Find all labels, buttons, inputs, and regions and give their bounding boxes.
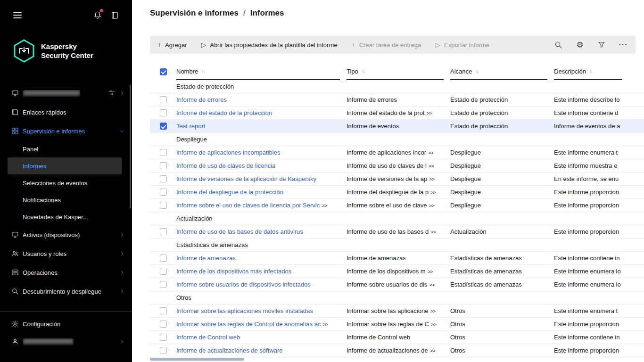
sidebar-item-server[interactable] bbox=[0, 84, 132, 103]
table-row[interactable]: Informe de Control web >> Informe de Con… bbox=[150, 331, 644, 344]
report-name-link[interactable]: Informe de uso de las bases de datos ant… bbox=[176, 228, 303, 235]
table-row[interactable]: Informe de aplicaciones incompatibles >>… bbox=[150, 146, 644, 159]
report-name-link[interactable]: Test report bbox=[176, 123, 205, 130]
expand-truncated-icon[interactable]: >> bbox=[429, 176, 434, 182]
report-name-link[interactable]: Informe de uso de claves de licencia bbox=[176, 162, 275, 169]
sidebar-item-user-account[interactable] bbox=[0, 332, 132, 351]
row-checkbox[interactable] bbox=[160, 202, 167, 209]
expand-truncated-icon[interactable]: >> bbox=[429, 282, 434, 288]
row-checkbox[interactable] bbox=[160, 109, 167, 116]
report-name-link[interactable]: Informe de amenazas bbox=[176, 255, 236, 262]
report-name-link[interactable]: Informe de los dispositivos más infectad… bbox=[176, 268, 291, 275]
sidebar-item-panel[interactable]: Panel bbox=[0, 140, 132, 157]
sidebar-item-discovery[interactable]: Descubrimiento y despliegue bbox=[0, 282, 132, 301]
hamburger-menu-icon[interactable] bbox=[11, 9, 24, 21]
table-row[interactable]: Informe de actualizaciones de software >… bbox=[150, 344, 644, 357]
row-checkbox[interactable] bbox=[160, 149, 167, 156]
table-row[interactable]: Informe de uso de las bases de datos ant… bbox=[150, 225, 644, 239]
column-header-alcance[interactable]: Alcance↑↓ bbox=[450, 63, 547, 80]
table-row[interactable]: Informe sobre usuarios de dispositivos i… bbox=[150, 278, 644, 291]
sidebar-item-informes[interactable]: Informes bbox=[8, 157, 122, 174]
report-name-link[interactable]: Informe sobre el uso de claves de licenc… bbox=[176, 202, 320, 209]
table-row[interactable]: Test report >> Informe de eventos >> Est… bbox=[150, 120, 644, 133]
select-all-checkbox[interactable] bbox=[160, 68, 167, 75]
chevron-right-icon[interactable] bbox=[120, 232, 124, 237]
expand-truncated-icon[interactable]: >> bbox=[430, 229, 436, 235]
table-row[interactable]: Informe de versiones de la aplicación de… bbox=[150, 173, 644, 186]
row-checkbox[interactable] bbox=[160, 307, 167, 314]
notifications-bell-icon[interactable] bbox=[91, 9, 104, 21]
filter-funnel-icon[interactable] bbox=[597, 40, 606, 49]
expand-truncated-icon[interactable]: >> bbox=[429, 203, 434, 208]
server-settings-sliders-icon[interactable] bbox=[108, 89, 115, 98]
sidebar-item-users-roles[interactable]: Usuarios y roles bbox=[0, 244, 132, 263]
row-checkbox[interactable] bbox=[160, 175, 167, 182]
horizontal-scrollbar-thumb[interactable] bbox=[150, 358, 244, 361]
sidebar-item-announcements[interactable]: Novedades de Kasper... bbox=[0, 208, 132, 225]
report-name-link[interactable]: Informar sobre las aplicaciones móviles … bbox=[176, 307, 313, 314]
report-name-link[interactable]: Informe de actualizaciones de software bbox=[176, 347, 282, 354]
row-checkbox[interactable] bbox=[160, 347, 167, 354]
report-name-link[interactable]: Informe de Control web bbox=[176, 334, 240, 341]
expand-truncated-icon[interactable]: >> bbox=[430, 189, 436, 195]
search-icon[interactable] bbox=[553, 40, 563, 49]
table-row[interactable]: Informe del estado de la protección >> I… bbox=[150, 107, 644, 120]
chevron-right-icon[interactable] bbox=[120, 251, 124, 256]
add-button[interactable]: + Agregar bbox=[157, 41, 187, 49]
expand-truncated-icon[interactable]: >> bbox=[322, 203, 327, 208]
sidebar-item-event-selections[interactable]: Selecciones de eventos bbox=[0, 174, 132, 191]
expand-truncated-icon[interactable]: >> bbox=[428, 150, 433, 156]
report-name-link[interactable]: Informar sobre las reglas de Control de … bbox=[176, 321, 321, 328]
table-row[interactable]: Informe del despliegue de la protección … bbox=[150, 186, 644, 199]
row-checkbox[interactable] bbox=[160, 321, 167, 328]
expand-truncated-icon[interactable]: >> bbox=[431, 321, 436, 327]
sidebar-item-operations[interactable]: Operaciones bbox=[0, 263, 132, 282]
report-name-link[interactable]: Informe sobre usuarios de dispositivos i… bbox=[176, 281, 311, 288]
row-checkbox[interactable] bbox=[160, 189, 167, 196]
sidebar-item-monitoring[interactable]: Supervisión e informes bbox=[0, 122, 132, 140]
expand-truncated-icon[interactable]: >> bbox=[427, 110, 432, 116]
export-report-button[interactable]: ▷ Exportar informe bbox=[435, 41, 489, 49]
column-header-nombre[interactable]: Nombre↑↓ bbox=[176, 63, 340, 80]
table-row[interactable]: Informar sobre las aplicaciones móviles … bbox=[150, 304, 644, 318]
row-checkbox[interactable] bbox=[160, 228, 167, 235]
sidebar-item-notifications[interactable]: Notificaciones bbox=[0, 191, 132, 208]
report-name-link[interactable]: Informe del estado de la protección bbox=[176, 109, 272, 116]
report-name-link[interactable]: Informe de aplicaciones incompatibles bbox=[176, 149, 280, 156]
expand-truncated-icon[interactable]: >> bbox=[430, 348, 435, 354]
table-row[interactable]: Informe de uso de claves de licencia >> … bbox=[150, 159, 644, 173]
more-options-icon[interactable]: ··· bbox=[619, 40, 628, 49]
chevron-right-icon[interactable] bbox=[120, 270, 124, 275]
report-name-link[interactable]: Informe del despliegue de la protección bbox=[176, 189, 283, 196]
row-checkbox[interactable] bbox=[160, 334, 167, 341]
row-checkbox[interactable] bbox=[160, 255, 167, 262]
table-row[interactable]: Informar sobre las reglas de Control de … bbox=[150, 318, 644, 331]
row-checkbox[interactable] bbox=[160, 96, 167, 103]
table-row[interactable]: Informe de los dispositivos más infectad… bbox=[150, 265, 644, 278]
sidebar-item-devices[interactable]: Activos (dispositivos) bbox=[0, 225, 132, 244]
chevron-down-icon[interactable] bbox=[119, 129, 124, 134]
breadcrumb-section[interactable]: Supervisión e informes bbox=[150, 8, 239, 18]
table-row[interactable]: Informe de errores >> Informe de errores… bbox=[150, 93, 644, 107]
table-row[interactable]: Informe sobre el uso de claves de licenc… bbox=[150, 199, 644, 212]
column-header-tipo[interactable]: Tipo↑↓ bbox=[347, 63, 444, 80]
row-checkbox[interactable] bbox=[160, 281, 167, 288]
expand-truncated-icon[interactable]: >> bbox=[429, 163, 434, 169]
sidebar-scrollbar-thumb[interactable] bbox=[130, 85, 131, 208]
table-row[interactable]: Informe de amenazas >> Informe de amenaz… bbox=[150, 252, 644, 265]
report-name-link[interactable]: Informe de versiones de la aplicación de… bbox=[176, 175, 316, 182]
expand-truncated-icon[interactable]: >> bbox=[322, 321, 328, 327]
row-checkbox[interactable] bbox=[160, 162, 167, 169]
sidebar-item-settings[interactable]: Configuración bbox=[0, 315, 132, 332]
chevron-right-icon[interactable] bbox=[120, 289, 124, 294]
report-name-link[interactable]: Informe de errores bbox=[176, 96, 227, 103]
expand-truncated-icon[interactable]: >> bbox=[430, 308, 435, 314]
documentation-book-icon[interactable] bbox=[108, 9, 121, 21]
expand-truncated-icon[interactable]: >> bbox=[428, 269, 433, 274]
column-header-descripcion[interactable]: Descripción↑↓ bbox=[554, 63, 622, 80]
table-settings-gear-icon[interactable]: ⚙ bbox=[575, 40, 585, 49]
row-checkbox[interactable] bbox=[160, 123, 167, 130]
create-delivery-task-button[interactable]: + Crear tarea de entrega bbox=[351, 41, 421, 49]
chevron-right-icon[interactable] bbox=[120, 339, 124, 344]
sidebar-item-quick-links[interactable]: Enlaces rápidos bbox=[0, 103, 132, 122]
